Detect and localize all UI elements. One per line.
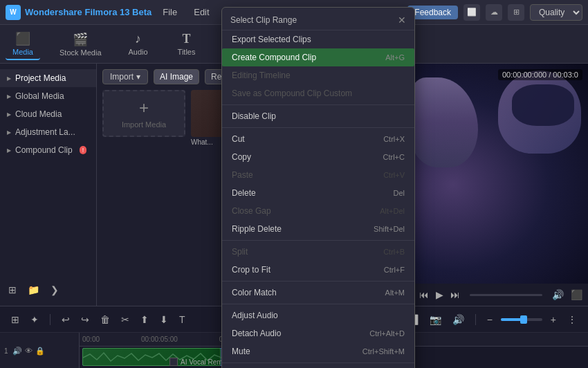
magnet-icon[interactable]: ✦ (28, 313, 42, 326)
ctx-item-adjust-audio[interactable]: Adjust Audio (222, 306, 414, 324)
ctx-item-ripple-delete[interactable]: Ripple DeleteShift+Del (222, 220, 414, 238)
ctx-item-export-selected[interactable]: Export Selected Clips (222, 30, 414, 48)
preview-fullscreen-icon[interactable]: ⬛ (571, 289, 582, 300)
camera-icon[interactable]: 📷 (427, 313, 444, 326)
redo-icon[interactable]: ↪ (78, 313, 92, 326)
ctx-item-shortcut: Shift+Del (374, 225, 405, 233)
tab-stock-media[interactable]: 🎬 Stock Media (54, 29, 107, 59)
feedback-button[interactable]: Feedback (407, 6, 458, 19)
preview-play-icon[interactable]: ▶ (436, 289, 443, 300)
grid-icon[interactable]: ⊞ (508, 4, 524, 21)
sidebar-item-project-media[interactable]: ▶ Project Media (0, 69, 96, 87)
sidebar-project-media-label: Project Media (15, 73, 66, 83)
app-logo: W Wondershare Filmora 13 Beta (6, 5, 151, 20)
more-icon[interactable]: ⋮ (564, 313, 580, 326)
import-media-item[interactable]: + Import Media (102, 90, 185, 146)
preview-prev-icon[interactable]: ⏮ (419, 289, 429, 300)
menu-edit[interactable]: Edit (191, 6, 212, 19)
sidebar-item-compound-clip[interactable]: ▶ Compound Clip ! (0, 141, 96, 159)
ctx-item-shortcut: Ctrl+F (384, 266, 405, 274)
folder-icon[interactable]: 📁 (25, 283, 42, 297)
ctx-item-copy[interactable]: CopyCtrl+C (222, 148, 414, 166)
preview-time-display: 00:00:00:000 / 00:03:0 (498, 69, 582, 80)
context-menu-title: Select Clip Range (230, 15, 297, 25)
context-menu-items: Export Selected ClipsCreate Compound Cli… (222, 30, 414, 368)
ctx-item-create-compound[interactable]: Create Compound ClipAlt+G (222, 48, 414, 66)
grid-view-icon[interactable]: ⊞ (6, 283, 19, 297)
ctx-item-split: SplitCtrl+B (222, 243, 414, 261)
zoom-minus-icon[interactable]: − (484, 313, 495, 326)
ctx-item-label: Close Gap (232, 206, 271, 216)
app-title: Wondershare Filmora 13 Beta (25, 7, 151, 17)
cloud-upload-icon[interactable]: ☁ (486, 4, 502, 21)
ctx-item-shortcut: Ctrl+V (383, 171, 405, 179)
arrow-icon: ▶ (7, 129, 11, 136)
time-marker-0: 00:00 (82, 335, 100, 343)
zoom-plus-icon[interactable]: + (548, 313, 559, 326)
ctx-item-cut[interactable]: CutCtrl+X (222, 130, 414, 148)
tab-stock-label: Stock Media (59, 48, 102, 57)
tab-titles[interactable]: T Titles (169, 29, 204, 59)
crop-down-icon[interactable]: ⬇ (157, 313, 171, 326)
ctx-item-label: Crop to Fit (232, 265, 270, 275)
tab-media[interactable]: ⬛ Media (6, 28, 40, 60)
ctx-item-crop-to-fit[interactable]: Crop to FitCtrl+F (222, 261, 414, 279)
preview-panel: 00:00:00:000 / 00:03:0 ⬜ ⏮ ▶ ⏭ 🔊 ⬛ (394, 64, 588, 306)
time-marker-1: 00:00:05:00 (141, 335, 178, 343)
undo-icon[interactable]: ↩ (59, 313, 73, 326)
speaker-icon[interactable]: 🔊 (450, 313, 467, 326)
zoom-slider[interactable] (501, 318, 542, 321)
context-menu-header: Select Clip Range ✕ (222, 10, 414, 30)
ctx-item-delete[interactable]: DeleteDel (222, 184, 414, 202)
sidebar-item-global-media[interactable]: ▶ Global Media (0, 87, 96, 105)
track-lock-icon[interactable]: 🔒 (35, 347, 45, 356)
toolbar-separator (50, 314, 50, 325)
import-button[interactable]: Import ▾ (102, 69, 148, 84)
text-icon[interactable]: T (176, 313, 188, 326)
add-track-icon[interactable]: ⊞ (8, 313, 22, 326)
stock-icon: 🎬 (73, 32, 88, 47)
delete-icon[interactable]: 🗑 (98, 313, 113, 326)
ctx-item-paste: PasteCtrl+V (222, 166, 414, 184)
import-chevron-icon: ▾ (136, 72, 140, 82)
ctx-item-label: Copy (232, 152, 251, 162)
preview-progress-bar[interactable] (470, 294, 542, 296)
ctx-item-shortcut: Alt+M (385, 288, 405, 297)
tab-media-label: Media (12, 48, 33, 56)
ctx-item-shortcut: Alt+Del (380, 207, 405, 215)
cut-icon[interactable]: ✂ (118, 313, 132, 326)
ctx-item-color-match[interactable]: Color MatchAlt+M (222, 284, 414, 302)
ctx-item-shortcut: Ctrl+C (383, 153, 405, 161)
track-eye-icon[interactable]: 👁 (25, 347, 33, 355)
preview-volume-icon[interactable]: 🔊 (552, 289, 564, 300)
plus-icon: + (139, 98, 149, 118)
monitor-icon[interactable]: ⬜ (463, 4, 480, 21)
context-menu-close[interactable]: ✕ (398, 15, 406, 26)
sidebar-item-adjustment[interactable]: ▶ Adjustment La... (0, 123, 96, 141)
arrow-icon: ▶ (7, 147, 11, 154)
context-menu: Select Clip Range ✕ Export Selected Clip… (221, 7, 415, 368)
track-volume-icon[interactable]: 🔊 (12, 347, 22, 356)
ctx-item-label: Detach Audio (232, 329, 281, 338)
track-icons: 🔊 👁 🔒 (12, 347, 45, 356)
collapse-icon[interactable]: ❯ (48, 283, 62, 297)
menu-file[interactable]: File (160, 6, 180, 19)
ctx-item-detach-audio[interactable]: Detach AudioCtrl+Alt+D (222, 324, 414, 342)
context-menu-separator (222, 104, 414, 105)
sidebar-item-cloud-media[interactable]: ▶ Cloud Media (0, 105, 96, 123)
toolbar-separator2 (475, 314, 476, 325)
sidebar-adjustment-label: Adjustment La... (15, 127, 75, 137)
crop-up-icon[interactable]: ⬆ (138, 313, 151, 326)
preview-next-icon[interactable]: ⏭ (450, 289, 460, 300)
ctx-item-mute[interactable]: MuteCtrl+Shift+M (222, 342, 414, 360)
quality-select[interactable]: Quality (530, 4, 582, 21)
context-menu-separator (222, 281, 414, 282)
preview-controls: ⬜ ⏮ ▶ ⏭ 🔊 ⬛ (395, 284, 588, 306)
ctx-item-close-gap: Close GapAlt+Del (222, 202, 414, 220)
ctx-item-disable-clip[interactable]: Disable Clip (222, 107, 414, 125)
sidebar-compound-clip-label: Compound Clip (15, 145, 73, 155)
ai-vocal-checkbox[interactable] (169, 358, 178, 366)
ai-image-button[interactable]: AI Image (154, 69, 199, 84)
tab-audio[interactable]: ♪ Audio (121, 29, 156, 59)
preview-video (395, 64, 588, 306)
